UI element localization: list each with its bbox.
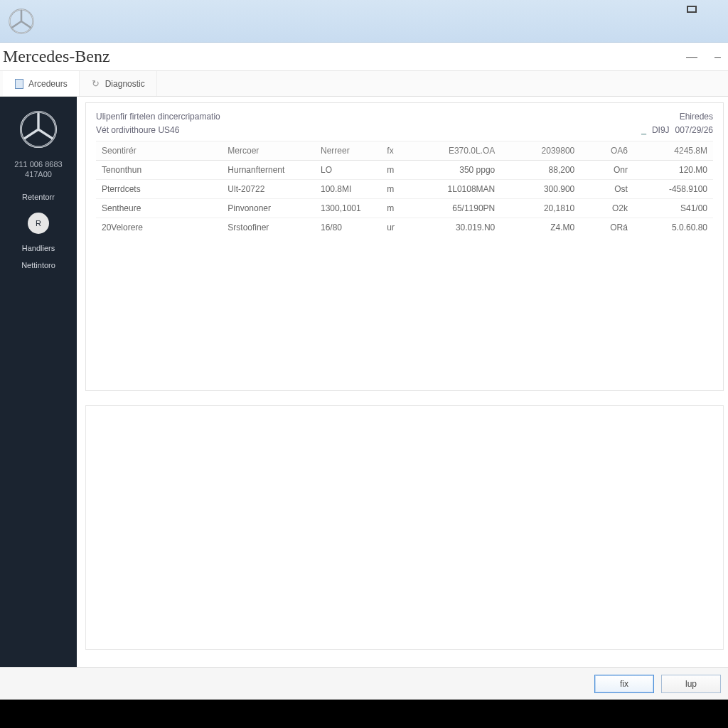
table-header-row: Seontirér Mercoer Nerreer fx E370.0L.OA …	[96, 141, 713, 161]
table-header[interactable]: OA6	[580, 141, 633, 161]
sidebar-id-line2: 417A00	[14, 169, 62, 179]
sidebar-id-line1: 211 006 8683	[14, 159, 62, 169]
data-table: Seontirér Mercoer Nerreer fx E370.0L.OA …	[96, 141, 713, 237]
refresh-icon	[91, 79, 101, 89]
table-cell: m	[381, 180, 407, 199]
table-cell: 20,1810	[500, 199, 580, 218]
table-cell: Srstoofiner	[222, 218, 315, 237]
table-cell: ORá	[580, 218, 633, 237]
table-cell: Onr	[580, 161, 633, 180]
tab-arcedeurs[interactable]: Arcedeurs	[3, 71, 80, 96]
panel-right-label: Ehiredes	[641, 110, 713, 124]
brand-logo-icon	[18, 109, 58, 159]
table-cell: 1L0108MAN	[408, 180, 501, 199]
document-icon	[14, 79, 24, 89]
table-header[interactable]: Nerreer	[315, 141, 381, 161]
detail-panel-empty	[85, 405, 724, 650]
sidebar-item-retentorr[interactable]: Retentorr	[22, 193, 55, 201]
panel-date-prefix: DI9J	[652, 124, 670, 137]
table-cell: Sentheure	[96, 199, 222, 218]
table-header[interactable]: 4245.8M	[633, 141, 713, 161]
table-cell: -458.9100	[633, 180, 713, 199]
table-cell: Ost	[580, 180, 633, 199]
sidebar-round-icon[interactable]: R	[28, 213, 49, 234]
tab-label: Diagnostic	[105, 79, 145, 89]
minimize-button[interactable]: —	[686, 50, 697, 63]
restore-button[interactable]: –	[714, 50, 721, 63]
sidebar-item-handliers[interactable]: Handliers	[22, 244, 55, 252]
app-header: Mercedes-Benz — –	[0, 43, 728, 71]
table-cell: Pinvononer	[222, 199, 315, 218]
table-header[interactable]: Seontirér	[96, 141, 222, 161]
table-cell: LO	[315, 161, 381, 180]
lup-button[interactable]: lup	[661, 675, 721, 693]
table-cell: m	[381, 199, 407, 218]
sidebar-item-nettintoro[interactable]: Nettintoro	[21, 261, 55, 269]
table-cell: Tenonthun	[96, 161, 222, 180]
table-cell: Z4.M0	[500, 218, 580, 237]
table-cell: 30.019.N0	[408, 218, 501, 237]
table-cell: O2k	[580, 199, 633, 218]
tab-bar: Arcedeurs Diagnostic	[0, 71, 728, 97]
main-column: Ulipenfir firtelen dincercripamatio Vét …	[77, 97, 728, 667]
window-controls: — –	[686, 50, 721, 63]
table-row[interactable]: 20Velorere Srstoofiner 16/80 ur 30.019.N…	[96, 218, 713, 237]
table-cell: 88,200	[500, 161, 580, 180]
table-row[interactable]: Sentheure Pinvononer 1300,1001 m 65/1190…	[96, 199, 713, 218]
table-cell: 65/1190PN	[408, 199, 501, 218]
table-cell: 20Velorere	[96, 218, 222, 237]
app-body: 211 006 8683 417A00 Retentorr R Handlier…	[0, 97, 728, 667]
table-header[interactable]: Mercoer	[222, 141, 315, 161]
table-cell: Pterrdcets	[96, 180, 222, 199]
table-row[interactable]: Tenonthun Hurnanfternent LO m 350 ppgo 8…	[96, 161, 713, 180]
sidebar-round-label: R	[36, 219, 41, 228]
table-cell: 100.8MI	[315, 180, 381, 199]
panel-date-value: 007/29/26	[675, 124, 713, 137]
panel-header: Ulipenfir firtelen dincercripamatio Vét …	[96, 110, 713, 136]
table-cell: 16/80	[315, 218, 381, 237]
table-cell: 350 ppgo	[408, 161, 501, 180]
filter-toggle[interactable]: ⎯	[641, 124, 646, 137]
fix-button[interactable]: fix	[594, 675, 654, 693]
panel-heading: Ulipenfir firtelen dincercripamatio	[96, 110, 220, 124]
tab-diagnostic[interactable]: Diagnostic	[80, 71, 157, 96]
window-titlebar	[0, 0, 728, 43]
table-cell: Ult-20722	[222, 180, 315, 199]
table-cell: 5.0.60.80	[633, 218, 713, 237]
brand-logo-icon	[9, 9, 34, 34]
sidebar-vehicle-id: 211 006 8683 417A00	[14, 159, 62, 180]
data-panel: Ulipenfir firtelen dincercripamatio Vét …	[85, 102, 724, 391]
table-header[interactable]: E370.0L.OA	[408, 141, 501, 161]
sidebar: 211 006 8683 417A00 Retentorr R Handlier…	[0, 97, 77, 667]
table-row[interactable]: Pterrdcets Ult-20722 100.8MI m 1L0108MAN…	[96, 180, 713, 199]
maximize-icon[interactable]	[687, 6, 697, 13]
table-cell: 1300,1001	[315, 199, 381, 218]
panel-meta: Ehiredes ⎯ DI9J 007/29/26	[641, 110, 713, 136]
app-title: Mercedes-Benz	[3, 47, 110, 66]
tab-label: Arcedeurs	[28, 79, 68, 89]
table-cell: ur	[381, 218, 407, 237]
table-cell: S41/00	[633, 199, 713, 218]
table-cell: m	[381, 161, 407, 180]
table-cell: 120.M0	[633, 161, 713, 180]
footer-bar: fix lup	[0, 667, 728, 700]
table-cell: Hurnanfternent	[222, 161, 315, 180]
table-header[interactable]: 2039800	[500, 141, 580, 161]
panel-subheading: Vét ordivithoure US46	[96, 124, 220, 137]
table-header[interactable]: fx	[381, 141, 407, 161]
table-cell: 300.900	[500, 180, 580, 199]
panel-titles: Ulipenfir firtelen dincercripamatio Vét …	[96, 110, 220, 136]
app-window: Mercedes-Benz — – Arcedeurs Diagnostic	[0, 0, 728, 700]
